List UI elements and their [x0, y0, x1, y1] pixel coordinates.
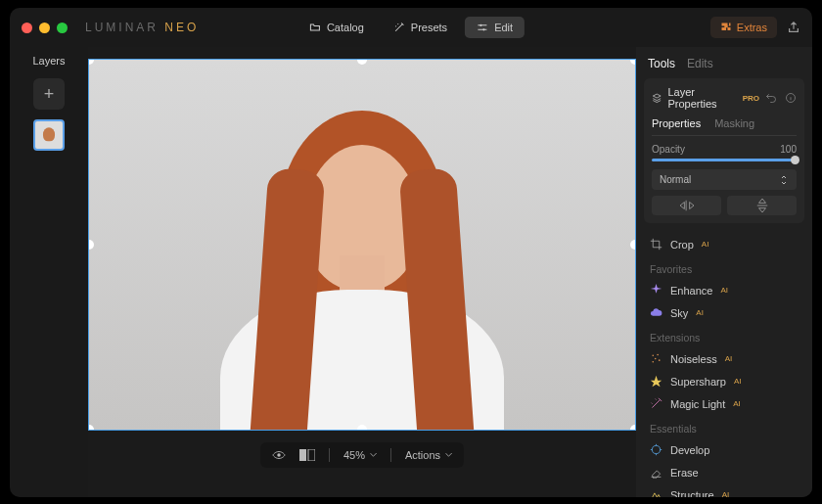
share-icon [787, 21, 800, 34]
brand-logo: LUMINAR NEO [85, 21, 199, 34]
opacity-value: 100 [780, 144, 797, 155]
layer-properties-panel: Layer Properties PRO Properties Masking … [644, 78, 804, 223]
brand-suffix: NEO [164, 21, 199, 34]
masking-subtab[interactable]: Masking [714, 117, 754, 129]
supersharp-tool[interactable]: SupersharpAI [636, 370, 812, 392]
noiseless-tool[interactable]: NoiselessAI [636, 347, 812, 370]
opacity-label: Opacity [652, 144, 685, 155]
svg-point-8 [655, 358, 657, 360]
svg-point-9 [659, 359, 661, 361]
noise-icon [650, 352, 662, 365]
close-window-button[interactable] [22, 23, 32, 33]
image-canvas[interactable] [88, 59, 636, 431]
catalog-tab[interactable]: Catalog [297, 17, 376, 38]
svg-point-10 [652, 361, 654, 363]
transform-handle-tc[interactable] [357, 59, 367, 65]
app-window: LUMINAR NEO Catalog Presets Edit Extras [10, 8, 812, 497]
flip-horizontal-button[interactable] [652, 196, 721, 215]
fullscreen-window-button[interactable] [57, 23, 68, 33]
blend-mode-select[interactable]: Normal [652, 169, 797, 190]
sky-tool[interactable]: SkyAI [636, 301, 812, 324]
flip-v-icon [756, 199, 768, 212]
transform-handle-tl[interactable] [88, 59, 94, 65]
eraser-icon [650, 466, 662, 479]
transform-handle-bl[interactable] [88, 425, 94, 431]
svg-rect-3 [299, 449, 306, 461]
flip-h-icon [680, 200, 694, 211]
add-layer-button[interactable]: + [33, 78, 65, 110]
right-sidebar: Tools Edits Layer Properties PRO Propert… [636, 47, 812, 497]
structure-icon [650, 488, 662, 497]
layers-title: Layers [32, 55, 65, 67]
eye-icon [272, 448, 286, 462]
erase-tool[interactable]: Erase [636, 461, 812, 483]
svg-point-2 [277, 453, 281, 457]
crop-icon [650, 238, 662, 251]
svg-point-0 [480, 24, 482, 26]
cloud-icon [650, 306, 662, 319]
essentials-label: Essentials [636, 415, 812, 438]
folder-icon [309, 22, 321, 33]
top-navigation: Catalog Presets Edit [297, 17, 525, 38]
sharp-icon [650, 375, 662, 388]
transform-handle-mr[interactable] [630, 240, 636, 250]
chevron-down-icon [370, 453, 377, 457]
enhance-tool[interactable]: EnhanceAI [636, 279, 812, 301]
transform-handle-br[interactable] [630, 425, 636, 431]
layers-icon [652, 92, 662, 104]
tools-tab[interactable]: Tools [648, 57, 675, 70]
brand-name: LUMINAR [85, 21, 159, 34]
actions-dropdown[interactable]: Actions [405, 449, 452, 461]
svg-point-6 [652, 354, 654, 356]
svg-point-1 [483, 28, 485, 30]
edit-tab[interactable]: Edit [465, 17, 525, 38]
properties-subtab[interactable]: Properties [652, 117, 701, 129]
favorites-label: Favorites [636, 255, 812, 279]
chevrons-icon [779, 175, 789, 185]
compare-toggle[interactable] [299, 449, 315, 461]
panel-title: Layer Properties [667, 86, 736, 110]
transform-handle-tr[interactable] [630, 59, 636, 65]
presets-tab[interactable]: Presets [382, 17, 459, 38]
visibility-toggle[interactable] [272, 448, 286, 462]
develop-tool[interactable]: Develop [636, 438, 812, 461]
transform-handle-ml[interactable] [88, 240, 94, 250]
sidebar-tabs: Tools Edits [636, 47, 812, 78]
crop-tool[interactable]: CropAI [636, 233, 812, 255]
chevron-down-icon [445, 453, 452, 457]
light-icon [650, 397, 662, 410]
canvas-toolbar: 45% Actions [260, 442, 464, 468]
window-controls [22, 23, 68, 33]
transform-handle-bc[interactable] [357, 425, 367, 431]
info-icon[interactable] [785, 92, 797, 104]
extras-button[interactable]: Extras [710, 17, 777, 38]
puzzle-icon [720, 22, 732, 33]
svg-point-11 [652, 445, 660, 453]
compare-icon [299, 449, 315, 461]
sparkle-icon [650, 284, 662, 297]
layers-panel: Layers + [10, 47, 88, 497]
edits-tab[interactable]: Edits [687, 57, 713, 70]
structure-tool[interactable]: StructureAI [636, 483, 812, 497]
flip-vertical-button[interactable] [727, 196, 797, 215]
undo-icon[interactable] [765, 92, 777, 104]
magiclight-tool[interactable]: Magic LightAI [636, 392, 812, 415]
develop-icon [650, 443, 662, 456]
zoom-dropdown[interactable]: 45% [343, 449, 377, 461]
layer-thumbnail-selected[interactable] [33, 119, 65, 151]
extensions-label: Extensions [636, 324, 812, 347]
share-button[interactable] [787, 21, 800, 34]
wand-icon [393, 22, 405, 33]
opacity-slider[interactable] [652, 159, 797, 161]
canvas-area: 45% Actions [88, 47, 636, 497]
svg-rect-4 [308, 449, 315, 461]
pro-badge: PRO [743, 94, 759, 103]
sliders-icon [477, 22, 488, 33]
svg-point-7 [657, 354, 659, 356]
minimize-window-button[interactable] [39, 23, 50, 33]
titlebar: LUMINAR NEO Catalog Presets Edit Extras [10, 8, 812, 47]
